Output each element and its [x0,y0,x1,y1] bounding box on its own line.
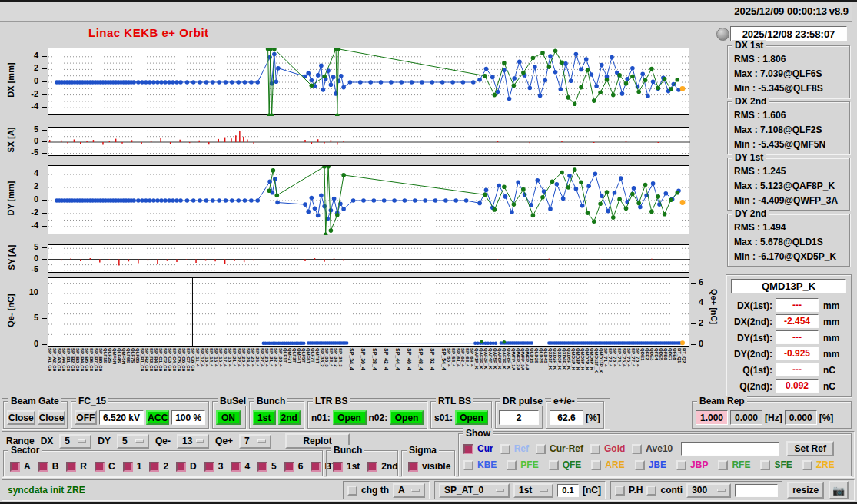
show-item-kbe-box[interactable] [463,460,473,470]
show-item-are[interactable]: ARE [591,459,624,470]
bunch-checks-group-item-1st[interactable]: 1st [333,461,360,472]
sector-group-item-c[interactable]: C [95,461,115,472]
bunch-checks-group-item-2nd[interactable]: 2nd [367,461,397,472]
ratio-field[interactable]: 62.6 [550,410,583,425]
fc15-off-button[interactable]: OFF [75,410,97,425]
sector-group-item-c-box[interactable] [95,462,105,472]
set-ref-button[interactable]: Set Ref [786,441,834,456]
show-item-sfe-box[interactable] [760,460,770,470]
threshold-input[interactable]: 0.1 [557,484,579,497]
busel-on-button[interactable]: ON [216,410,241,425]
sector-group-item-4[interactable]: 4 [231,461,250,472]
beam-gate-close-1-button[interactable]: Close [7,410,35,425]
show-item-zre-box[interactable] [802,460,812,470]
show-item-sfe[interactable]: SFE [760,459,792,470]
bunch-1st-button[interactable]: 1st [253,410,276,425]
points-dropdown[interactable]: 300 [686,483,731,498]
show-item-jbe[interactable]: JBE [635,459,666,470]
beam-rep-set-field[interactable]: 1.000 [696,410,728,425]
show-item-are-label: ARE [605,459,624,470]
show-item-kbe[interactable]: KBE [463,459,497,470]
sector-group-item-5[interactable]: 5 [257,461,277,472]
show-item-zre[interactable]: ZRE [802,459,835,470]
range-dx-dropdown[interactable]: 5 [59,434,91,449]
sigma-group-item-visible[interactable]: visible [408,461,450,472]
resize-button[interactable]: resize [787,482,824,499]
conti-checkbox[interactable]: conti [646,485,683,496]
sector-group-item-5-box[interactable] [257,462,267,472]
bunch-checks-group-item-1st-box[interactable] [333,462,343,472]
show-item-rfe-box[interactable] [718,460,728,470]
show-item-ref-box[interactable] [500,444,510,454]
fc15-acc-button[interactable]: ACC [146,410,169,425]
bunch-checks-group-item-2nd-box[interactable] [367,462,377,472]
sector-group-item-3-box[interactable] [204,462,214,472]
sector-group-item-1[interactable]: 1 [123,461,142,472]
ltr-n02-open-button[interactable]: Open [390,410,424,425]
beam-rep-hz-field: 0.000 [730,410,762,425]
plot-sx[interactable] [48,127,689,156]
sector-group-item-a[interactable]: A [10,461,31,472]
show-item-gold-box[interactable] [590,444,600,454]
beam-gate-close-2-button[interactable]: Close [38,410,66,425]
extra-input[interactable] [735,484,778,497]
segment-dropdown[interactable]: A [393,483,425,498]
bunch-2nd-button[interactable]: 2nd [278,410,301,425]
show-item-cur-box[interactable] [463,444,473,454]
show-item-rfe[interactable]: RFE [718,459,750,470]
show-item-cur[interactable]: Cur [463,443,493,454]
y-tick-label: -2 [18,89,38,98]
show-item-pfe[interactable]: PFE [507,459,538,470]
show-item-ave10-box[interactable] [632,444,642,454]
chg-th-checkbox[interactable]: chg th [347,485,389,496]
ph-checkbox[interactable]: P.H [615,485,643,496]
show-item-gold[interactable]: Gold [590,443,625,454]
sector-group-item-b-box[interactable] [38,462,48,472]
sector-group-item-6[interactable]: 6 [284,461,304,472]
monitor-row-label: DY(2nd): [728,349,772,360]
snapshot-button[interactable]: 📷 [829,481,849,499]
chg-th-checkbox-box[interactable] [347,486,357,496]
sector-group-item-r[interactable]: R [66,461,87,472]
show-item-are-box[interactable] [591,460,601,470]
ref-name-input[interactable] [681,442,779,456]
show-item-cur-ref[interactable]: Cur-Ref [536,443,583,454]
sector-group-item-r-box[interactable] [66,462,76,472]
monitor-row-unit: nC [823,365,835,376]
range-dy-dropdown[interactable]: 5 [117,434,149,449]
dr-pulse-field[interactable]: 2 [499,410,539,425]
sector-group-item-6-box[interactable] [284,462,294,472]
show-item-jbp-box[interactable] [676,460,686,470]
show-item-qfe-box[interactable] [549,460,559,470]
show-item-qfe[interactable]: QFE [549,459,582,470]
sector-group-item-2[interactable]: 2 [149,461,168,472]
sector-group-item-3[interactable]: 3 [204,461,224,472]
show-item-pfe-box[interactable] [507,460,517,470]
show-item-jbe-box[interactable] [635,460,645,470]
sector-group-item-d-box[interactable] [176,462,186,472]
sector-group-item-4-box[interactable] [231,462,241,472]
ltr-n01-open-button[interactable]: Open [333,410,367,425]
sector-group-item-2-box[interactable] [149,462,159,472]
sigma-group-item-visible-box[interactable] [408,462,418,472]
show-item-ave10[interactable]: Ave10 [632,443,673,454]
sector-group-item-b[interactable]: B [38,461,59,472]
sector-group-item-1-box[interactable] [123,462,133,472]
show-item-ref[interactable]: Ref [500,443,529,454]
show-item-jbp[interactable]: JBP [676,459,708,470]
plot-dx[interactable] [48,48,689,115]
sector-group-item-d[interactable]: D [176,461,197,472]
rtl-s01-open-button[interactable]: Open [455,410,488,425]
conti-checkbox-box[interactable] [646,486,656,496]
range-qe--dropdown[interactable]: 13 [177,434,209,449]
sector-group-item-bt-box[interactable] [311,462,321,472]
sp-dropdown[interactable]: SP_AT_0 [439,483,510,498]
plot-dy[interactable] [48,165,689,234]
ph-checkbox-box[interactable] [615,486,625,496]
range-qe+-dropdown[interactable]: 7 [239,434,271,449]
sector-group-item-a-box[interactable] [10,462,20,472]
plot-q[interactable] [48,277,689,346]
bunch-dropdown[interactable]: 1st [513,483,553,498]
plot-sy[interactable] [48,244,689,273]
show-item-cur-ref-box[interactable] [536,444,546,454]
